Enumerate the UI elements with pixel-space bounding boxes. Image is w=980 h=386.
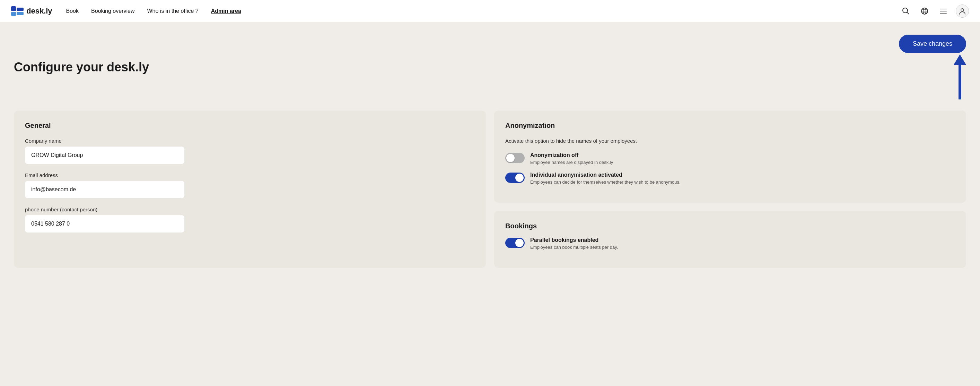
anonymization-off-title: Anonymization off bbox=[530, 152, 613, 158]
anonymization-title: Anonymization bbox=[505, 122, 955, 130]
anonymization-on-title: Individual anonymisation activated bbox=[530, 172, 681, 178]
email-input[interactable] bbox=[25, 181, 185, 198]
parallel-bookings-thumb bbox=[515, 239, 523, 247]
svg-line-5 bbox=[907, 12, 909, 14]
anonymization-description: Activate this option to hide the names o… bbox=[505, 138, 955, 144]
phone-input[interactable] bbox=[25, 215, 185, 232]
user-icon bbox=[959, 7, 966, 15]
menu-button[interactable] bbox=[937, 5, 950, 17]
anonymization-toggle-off[interactable] bbox=[505, 153, 525, 163]
menu-icon bbox=[939, 7, 947, 15]
settings-columns: General Company name Email address phone… bbox=[14, 111, 966, 268]
svg-rect-1 bbox=[11, 12, 16, 16]
email-label: Email address bbox=[25, 172, 475, 178]
anonymization-off-info: Anonymization off Employee names are dis… bbox=[530, 152, 613, 165]
company-name-label: Company name bbox=[25, 138, 475, 144]
svg-rect-0 bbox=[11, 6, 16, 11]
phone-label: phone number (contact person) bbox=[25, 207, 475, 213]
page-title: Configure your desk.ly bbox=[14, 60, 149, 75]
save-changes-button[interactable]: Save changes bbox=[899, 35, 966, 53]
parallel-bookings-track bbox=[505, 238, 525, 248]
company-name-input[interactable] bbox=[25, 146, 185, 164]
navbar-actions bbox=[900, 5, 969, 17]
parallel-bookings-info: Parallel bookings enabled Employees can … bbox=[530, 237, 618, 250]
main-content: Configure your desk.ly Save changes Gene… bbox=[0, 22, 980, 280]
toggle-track-off bbox=[505, 153, 525, 163]
parallel-bookings-desc: Employees can book multiple seats per da… bbox=[530, 245, 618, 250]
parallel-bookings-toggle[interactable] bbox=[505, 238, 525, 248]
nav-book[interactable]: Book bbox=[66, 8, 79, 14]
user-avatar[interactable] bbox=[956, 5, 969, 17]
svg-rect-2 bbox=[17, 8, 24, 11]
nav-booking-overview[interactable]: Booking overview bbox=[91, 8, 134, 14]
anonymization-on-info: Individual anonymisation activated Emplo… bbox=[530, 172, 681, 185]
toggle-track-on bbox=[505, 173, 525, 183]
page-header: Configure your desk.ly Save changes bbox=[14, 35, 966, 99]
globe-button[interactable] bbox=[918, 5, 931, 17]
anonymization-on-desc: Employees can decide for themselves whet… bbox=[530, 179, 681, 185]
svg-point-14 bbox=[961, 9, 964, 11]
parallel-bookings-row: Parallel bookings enabled Employees can … bbox=[505, 237, 955, 250]
right-column: Anonymization Activate this option to hi… bbox=[494, 111, 966, 268]
general-card: General Company name Email address phone… bbox=[14, 111, 486, 268]
svg-rect-3 bbox=[17, 12, 24, 15]
anonymization-off-desc: Employee names are displayed in desk.ly bbox=[530, 160, 613, 165]
nav-admin-area[interactable]: Admin area bbox=[211, 8, 241, 14]
parallel-bookings-title: Parallel bookings enabled bbox=[530, 237, 618, 243]
anonymization-toggle-on[interactable] bbox=[505, 173, 525, 183]
logo-link[interactable]: desk.ly bbox=[11, 6, 52, 16]
arrow-annotation bbox=[954, 54, 966, 99]
navbar: desk.ly Book Booking overview Who is in … bbox=[0, 0, 980, 22]
search-button[interactable] bbox=[900, 5, 912, 17]
search-icon bbox=[902, 7, 910, 15]
bookings-title: Bookings bbox=[505, 222, 955, 230]
toggle-thumb-on bbox=[515, 173, 523, 182]
general-section-title: General bbox=[25, 122, 475, 130]
toggle-thumb-off bbox=[506, 154, 515, 162]
anonymization-toggle-off-row: Anonymization off Employee names are dis… bbox=[505, 152, 955, 165]
anonymization-card: Anonymization Activate this option to hi… bbox=[494, 111, 966, 203]
anonymization-toggle-on-row: Individual anonymisation activated Emplo… bbox=[505, 172, 955, 185]
navbar-nav: Book Booking overview Who is in the offi… bbox=[66, 8, 900, 14]
logo-text: desk.ly bbox=[26, 6, 52, 16]
bookings-card: Bookings Parallel bookings enabled Emplo… bbox=[494, 211, 966, 268]
logo-icon bbox=[11, 6, 24, 16]
globe-icon bbox=[920, 7, 929, 15]
nav-who-in-office[interactable]: Who is in the office ? bbox=[147, 8, 198, 14]
